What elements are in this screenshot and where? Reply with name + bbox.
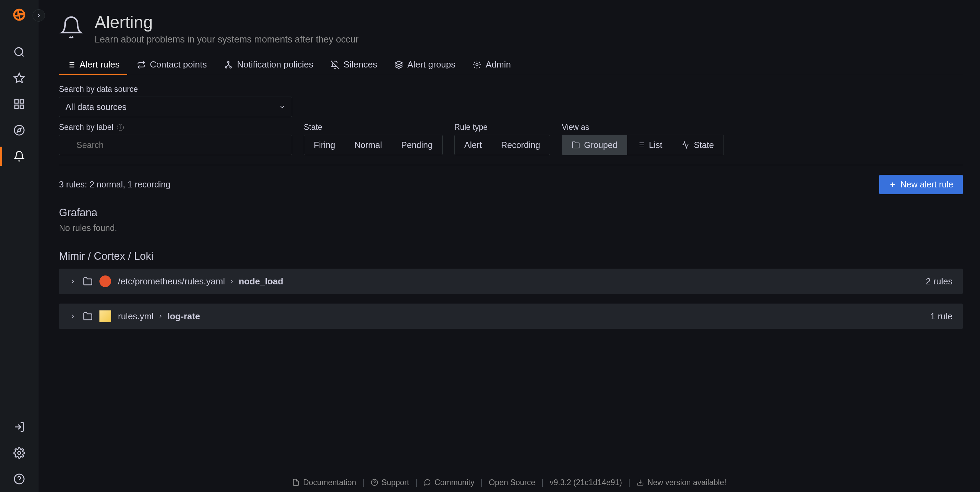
prometheus-icon — [99, 275, 111, 287]
footer-new-version[interactable]: New version available! — [636, 478, 726, 487]
tab-label: Admin — [485, 59, 511, 70]
state-firing[interactable]: Firing — [304, 135, 345, 155]
page-title: Alerting — [95, 12, 359, 32]
svg-point-0 — [15, 48, 22, 56]
footer-community[interactable]: Community — [423, 478, 474, 487]
activity-icon — [681, 141, 690, 149]
divider — [59, 165, 963, 165]
view-as-group: Grouped List State — [562, 135, 724, 155]
svg-rect-5 — [15, 105, 18, 109]
rule-type-group: Alert Recording — [454, 135, 550, 155]
datasource-value: All data sources — [65, 102, 127, 112]
nav-dashboards[interactable] — [10, 95, 29, 114]
rule-path: /etc/prometheus/rules.yaml — [118, 276, 225, 287]
svg-marker-8 — [17, 128, 21, 132]
nav-explore[interactable] — [10, 121, 29, 140]
svg-point-24 — [476, 63, 478, 66]
footer-support[interactable]: Support — [371, 478, 409, 487]
tab-label: Alert groups — [407, 59, 455, 70]
grafana-section-title: Grafana — [59, 206, 963, 219]
tab-contact-points[interactable]: Contact points — [129, 54, 214, 75]
nav-signin[interactable] — [10, 417, 29, 436]
state-normal[interactable]: Normal — [345, 135, 392, 155]
state-toggle-group: Firing Normal Pending — [304, 135, 443, 155]
svg-line-1 — [21, 54, 23, 57]
info-icon[interactable]: i — [117, 124, 124, 131]
chevron-right-icon — [229, 279, 235, 284]
datasource-label: Search by data source — [59, 85, 292, 94]
search-input[interactable] — [59, 135, 292, 155]
main-content: Alerting Learn about problems in your sy… — [38, 0, 980, 492]
folder-icon — [83, 311, 92, 321]
question-icon — [371, 479, 378, 486]
nav-help[interactable] — [10, 470, 29, 489]
chevron-right-icon — [158, 314, 163, 319]
rule-type-label: Rule type — [454, 123, 550, 132]
view-grouped[interactable]: Grouped — [562, 135, 627, 155]
comment-icon — [423, 479, 431, 486]
svg-rect-6 — [20, 105, 23, 109]
footer: Documentation | Support | Community | Op… — [38, 473, 980, 492]
nav-starred[interactable] — [10, 68, 29, 88]
tab-label: Alert rules — [80, 59, 120, 70]
datasource-select[interactable]: All data sources — [59, 97, 292, 117]
footer-version[interactable]: v9.3.2 (21c1d14e91) — [550, 478, 622, 487]
rule-type-recording[interactable]: Recording — [492, 135, 550, 155]
svg-point-10 — [18, 452, 21, 455]
folder-icon — [83, 276, 92, 286]
chevron-right-icon — [69, 313, 76, 320]
bell-icon — [59, 15, 84, 40]
download-icon — [636, 479, 644, 486]
state-label: State — [304, 123, 443, 132]
rule-group-row[interactable]: /etc/prometheus/rules.yaml node_load 2 r… — [59, 268, 963, 294]
tab-notification-policies[interactable]: Notification policies — [216, 54, 321, 75]
footer-open-source[interactable]: Open Source — [488, 478, 535, 487]
svg-point-20 — [226, 67, 227, 68]
tab-label: Silences — [344, 59, 377, 70]
chevron-right-icon — [69, 278, 76, 285]
rule-group-name: log-rate — [167, 311, 200, 322]
footer-documentation[interactable]: Documentation — [292, 478, 356, 487]
tab-label: Contact points — [150, 59, 207, 70]
document-icon — [292, 479, 300, 486]
svg-line-22 — [331, 60, 339, 69]
view-as-label: View as — [562, 123, 724, 132]
rule-group-name: node_load — [239, 276, 283, 287]
loki-icon — [99, 310, 111, 322]
state-pending[interactable]: Pending — [391, 135, 442, 155]
plus-icon — [889, 181, 896, 189]
rule-group-row[interactable]: rules.yml log-rate 1 rule — [59, 303, 963, 329]
search-by-label-label: Search by label i — [59, 123, 292, 132]
rule-count: 2 rules — [926, 276, 953, 287]
svg-rect-3 — [15, 100, 18, 103]
rule-type-alert[interactable]: Alert — [455, 135, 492, 155]
folder-icon — [572, 141, 580, 149]
svg-marker-23 — [395, 61, 402, 65]
tabs: Alert rules Contact points Notification … — [59, 54, 963, 75]
tab-alert-rules[interactable]: Alert rules — [59, 54, 127, 75]
svg-rect-4 — [20, 100, 23, 103]
tab-alert-groups[interactable]: Alert groups — [387, 54, 463, 75]
nav-alerting[interactable] — [10, 147, 29, 166]
nav-search[interactable] — [10, 43, 29, 62]
rule-count: 1 rule — [930, 311, 953, 322]
view-state[interactable]: State — [672, 135, 723, 155]
sidebar — [0, 0, 38, 492]
tab-silences[interactable]: Silences — [323, 54, 385, 75]
svg-point-7 — [14, 125, 24, 135]
page-subtitle: Learn about problems in your systems mom… — [95, 34, 359, 45]
new-alert-rule-button[interactable]: New alert rule — [879, 175, 963, 194]
rules-summary: 3 rules: 2 normal, 1 recording — [59, 179, 170, 189]
chevron-down-icon — [279, 103, 286, 110]
svg-point-21 — [230, 67, 231, 68]
mimir-section-title: Mimir / Cortex / Loki — [59, 250, 963, 262]
list-icon — [637, 141, 645, 149]
nav-settings[interactable] — [10, 443, 29, 463]
tab-admin[interactable]: Admin — [465, 54, 519, 75]
rule-path: rules.yml — [118, 311, 154, 322]
view-list[interactable]: List — [627, 135, 672, 155]
grafana-empty: No rules found. — [59, 223, 963, 233]
svg-point-19 — [228, 61, 229, 63]
page-header: Alerting Learn about problems in your sy… — [59, 12, 963, 45]
grafana-logo[interactable] — [9, 4, 30, 25]
